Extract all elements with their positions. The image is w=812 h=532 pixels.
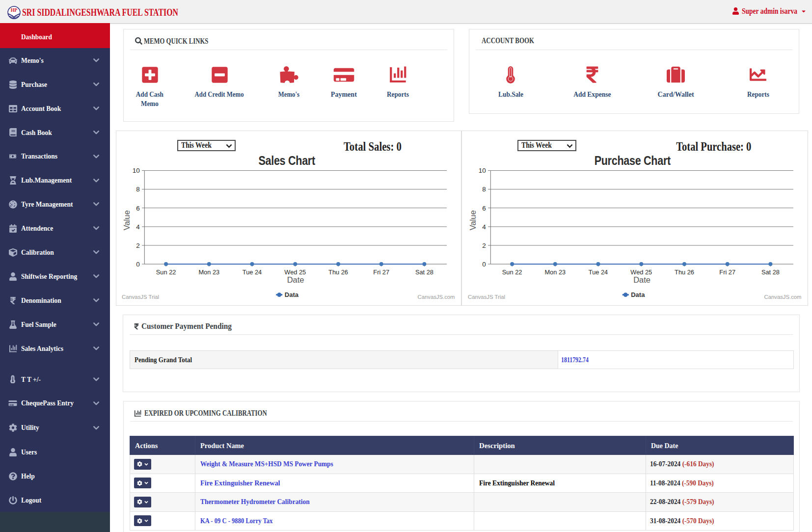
svg-text:Value: Value (468, 210, 477, 230)
svg-text:Fri 27: Fri 27 (373, 268, 389, 276)
svg-text:Sun 22: Sun 22 (156, 268, 176, 276)
svg-text:Data: Data (631, 291, 645, 298)
svg-text:4: 4 (136, 223, 140, 231)
svg-text:Data: Data (285, 291, 299, 298)
svg-text:8: 8 (482, 186, 486, 193)
svg-text:0: 0 (136, 261, 140, 268)
svg-text:Sat 28: Sat 28 (761, 268, 779, 276)
svg-text:2: 2 (482, 242, 486, 249)
svg-text:Thu 26: Thu 26 (675, 268, 694, 276)
svg-text:Mon 23: Mon 23 (198, 268, 219, 276)
svg-text:4: 4 (482, 223, 486, 231)
svg-text:CanvasJS.com: CanvasJS.com (764, 294, 801, 300)
svg-text:CanvasJS.com: CanvasJS.com (418, 294, 455, 300)
svg-text:Fri 27: Fri 27 (719, 268, 735, 276)
svg-text:Tue 24: Tue 24 (243, 268, 262, 276)
svg-text:8: 8 (136, 186, 140, 193)
svg-text:Wed 25: Wed 25 (630, 268, 652, 276)
svg-text:Date: Date (633, 275, 650, 284)
svg-text:Wed 25: Wed 25 (284, 268, 306, 276)
svg-text:10: 10 (478, 167, 486, 174)
svg-text:Thu 26: Thu 26 (328, 268, 348, 276)
svg-text:2: 2 (136, 242, 140, 249)
svg-text:Sat 28: Sat 28 (415, 268, 433, 276)
svg-text:Value: Value (122, 210, 131, 230)
svg-text:CanvasJS Trial: CanvasJS Trial (122, 294, 159, 300)
svg-text:CanvasJS Trial: CanvasJS Trial (468, 294, 505, 300)
svg-text:6: 6 (136, 205, 140, 212)
svg-text:Mon 23: Mon 23 (544, 268, 566, 276)
svg-text:6: 6 (482, 205, 486, 212)
svg-text:Tue 24: Tue 24 (588, 268, 607, 276)
svg-text:Date: Date (287, 275, 304, 284)
svg-text:HP: HP (11, 7, 17, 13)
svg-text:0: 0 (482, 261, 486, 268)
svg-text:10: 10 (133, 167, 140, 174)
svg-text:Sun 22: Sun 22 (502, 268, 522, 276)
